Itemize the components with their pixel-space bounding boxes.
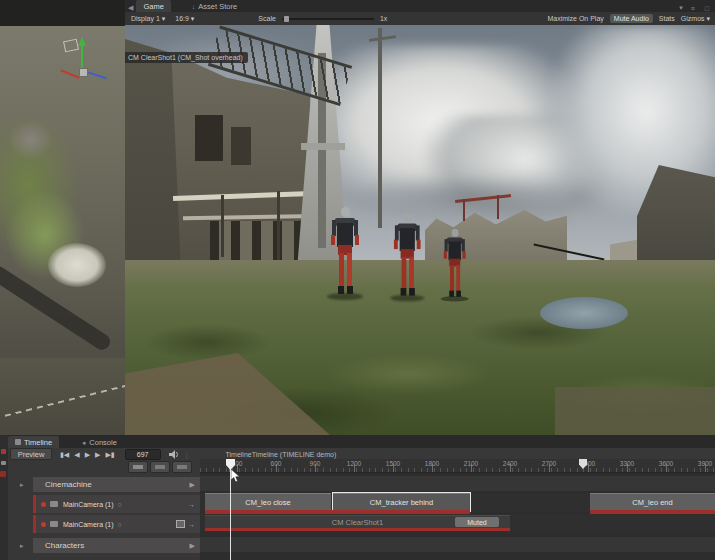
play-button[interactable]: ▶ — [85, 451, 90, 458]
character-boot — [401, 288, 407, 296]
active-shot-label: CM ClearShot1 (CM_Shot overhead) — [125, 52, 248, 63]
goto-start-button[interactable]: ▮◀ — [60, 451, 69, 458]
window-menu-icon[interactable]: ≡ — [687, 5, 699, 12]
ruler-label: 1800 — [425, 460, 439, 467]
frame-field[interactable]: 697 — [125, 449, 161, 460]
character-forearm — [394, 240, 398, 250]
gizmos-dropdown[interactable]: Gizmos ▾ — [681, 15, 715, 22]
game-viewport[interactable]: CM ClearShot1 (CM_Shot overhead) — [125, 25, 715, 435]
mute-audio-toggle[interactable]: Mute Audio — [610, 14, 653, 23]
mix-mode-button[interactable] — [128, 461, 148, 473]
character-leg — [339, 253, 344, 287]
maximize-on-play-toggle[interactable]: Maximize On Play — [547, 15, 603, 22]
track-header-column: ▸ Cinemachine ▶ MainCamera (1) ○ → MainC… — [8, 460, 201, 560]
character-arm — [332, 220, 336, 236]
track-color-bar — [33, 495, 36, 513]
group-add-icon[interactable]: ▶ — [190, 542, 200, 550]
track-row-maincamera-1[interactable]: MainCamera (1) ○ → — [33, 495, 200, 513]
group-row-cinemachine[interactable]: Cinemachine ▶ — [33, 477, 200, 492]
active-shot-label-text: CM ClearShot1 (CM_Shot overhead) — [128, 54, 243, 61]
scale-slider-knob[interactable] — [284, 16, 289, 22]
record-dot-icon[interactable] — [41, 522, 46, 527]
character-forearm — [444, 251, 447, 259]
character-boot — [449, 291, 454, 297]
terrain-white-patch — [48, 243, 106, 287]
tab-timeline[interactable]: Timeline — [8, 436, 59, 448]
window-dropdown-icon[interactable]: ▾ — [675, 4, 687, 12]
ruler-label: 2700 — [542, 460, 556, 467]
window-layout-icon[interactable]: □ — [699, 5, 715, 12]
track-arrow-icon[interactable]: → — [188, 501, 200, 508]
tab-game[interactable]: Game — [136, 0, 170, 12]
track-options-icon[interactable]: ○ — [118, 521, 122, 528]
camera-icon — [50, 521, 58, 527]
replace-mode-button[interactable] — [172, 461, 192, 473]
download-icon: ↓ — [192, 3, 196, 10]
group-foldout-icon[interactable]: ▸ — [20, 542, 24, 549]
group-add-icon[interactable]: ▶ — [190, 481, 200, 489]
display-dropdown[interactable]: Display 1 ▾ — [125, 15, 165, 22]
character-leg — [409, 257, 414, 289]
preview-label: Preview — [18, 450, 45, 459]
timeline-ruler[interactable]: 300 600 900 1200 1500 1800 2100 2400 270… — [200, 459, 715, 473]
ruler-label: 600 — [271, 460, 282, 467]
edge-grey-mark — [1, 461, 6, 465]
ripple-mode-button[interactable] — [150, 461, 170, 473]
tab-asset-store-label: Asset Store — [198, 2, 237, 11]
track-arrow-icon[interactable]: → — [188, 521, 200, 528]
gizmo-z-axis[interactable] — [85, 71, 107, 80]
character-torso — [400, 228, 415, 251]
character-boot — [347, 286, 353, 294]
character-leg — [450, 265, 454, 292]
clip-cm-leo-close[interactable]: CM_leo close — [205, 493, 331, 511]
ruin-opening — [231, 127, 251, 165]
speaker-icon[interactable] — [169, 450, 180, 459]
record-dot-icon[interactable] — [41, 502, 46, 507]
tab-scroll-left-icon[interactable]: ◀ — [125, 4, 136, 12]
next-frame-button[interactable]: ▶ — [95, 451, 100, 458]
character-head — [403, 213, 412, 223]
character-boot — [409, 288, 415, 296]
ruin-opening — [195, 115, 223, 161]
bridge-pylon-crossbar — [301, 143, 345, 150]
character-forearm — [331, 235, 335, 245]
gizmo-x-axis[interactable] — [60, 69, 79, 78]
track-row-maincamera-2[interactable]: MainCamera (1) ○ → — [33, 515, 200, 533]
mast-pole — [378, 28, 382, 228]
preview-toggle[interactable]: Preview — [10, 448, 52, 460]
ruler-label: 1500 — [386, 460, 400, 467]
timeline-content[interactable]: 300 600 900 1200 1500 1800 2100 2400 270… — [200, 459, 715, 560]
prev-frame-button[interactable]: ◀ — [74, 451, 79, 458]
aspect-dropdown[interactable]: 16:9 ▾ — [165, 15, 194, 22]
clip-label: CM_leo close — [245, 498, 290, 507]
scaffold-post — [221, 195, 224, 257]
character-torso — [337, 223, 353, 247]
character-figure — [443, 229, 468, 303]
group-row-characters[interactable]: Characters ▶ — [33, 538, 200, 553]
scale-label: Scale — [194, 15, 276, 22]
mouse-cursor-icon — [231, 469, 241, 483]
tab-console[interactable]: ● Console — [75, 436, 124, 448]
left-edge-strip — [0, 435, 8, 560]
gizmo-y-axis[interactable] — [81, 45, 83, 69]
frame-value: 697 — [137, 451, 149, 458]
gizmo-center-handle[interactable] — [79, 68, 88, 77]
group-foldout-icon[interactable]: ▸ — [20, 481, 24, 488]
clip-cm-leo-end[interactable]: CM_leo end — [590, 493, 715, 511]
move-gizmo[interactable] — [52, 32, 112, 87]
timeline-tab-bar: Timeline ● Console — [0, 435, 715, 448]
clip-cm-tracker-behind[interactable]: CM_tracker behind — [333, 493, 470, 511]
clips-stack-icon[interactable] — [176, 520, 185, 528]
group-cinemachine-label: Cinemachine — [33, 480, 92, 489]
tab-game-label: Game — [143, 2, 163, 11]
track-options-icon[interactable]: ○ — [118, 501, 122, 508]
stats-toggle[interactable]: Stats — [659, 15, 675, 22]
game-panel: ◀ Game ↓ Asset Store ▾ ≡ □ Display 1 ▾ 1… — [125, 0, 715, 435]
tab-asset-store[interactable]: ↓ Asset Store — [185, 0, 244, 12]
ruler-label: 2400 — [503, 460, 517, 467]
cinemachine-track-color-strip — [205, 510, 470, 514]
muted-badge[interactable]: Muted — [455, 517, 499, 527]
gizmo-y-arrowhead — [78, 37, 86, 46]
scale-slider[interactable] — [282, 18, 374, 20]
goto-end-button[interactable]: ▶▮ — [105, 451, 114, 458]
